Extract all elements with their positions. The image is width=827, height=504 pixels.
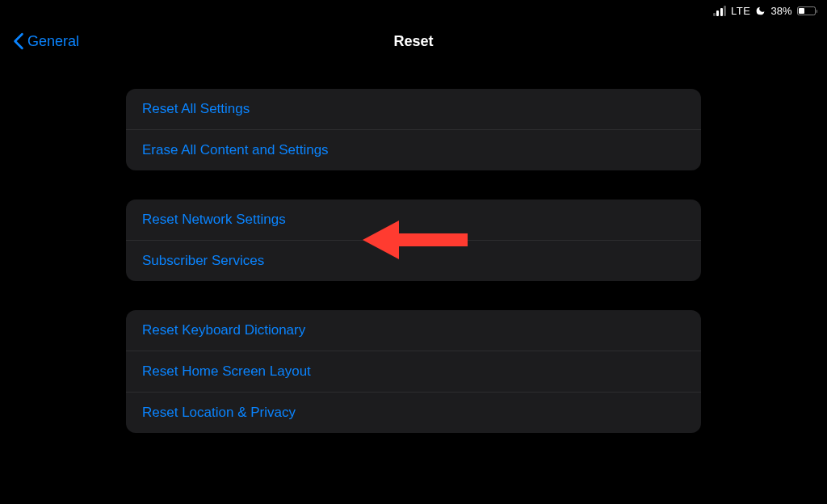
chevron-left-icon [13, 32, 24, 50]
group-other: Reset Keyboard Dictionary Reset Home Scr… [126, 310, 701, 433]
reset-network-settings-row[interactable]: Reset Network Settings [126, 200, 701, 241]
content: Reset All Settings Erase All Content and… [0, 89, 827, 433]
back-button[interactable]: General [13, 32, 79, 50]
nav-bar: General Reset [0, 0, 827, 63]
reset-all-settings-row[interactable]: Reset All Settings [126, 89, 701, 130]
back-label: General [27, 33, 79, 50]
subscriber-services-row[interactable]: Subscriber Services [126, 241, 701, 281]
group-network: Reset Network Settings Subscriber Servic… [126, 200, 701, 281]
reset-home-screen-layout-row[interactable]: Reset Home Screen Layout [126, 351, 701, 393]
reset-location-privacy-row[interactable]: Reset Location & Privacy [126, 393, 701, 433]
page-title: Reset [393, 33, 433, 50]
erase-all-content-row[interactable]: Erase All Content and Settings [126, 130, 701, 170]
group-general-reset: Reset All Settings Erase All Content and… [126, 89, 701, 170]
reset-keyboard-dictionary-row[interactable]: Reset Keyboard Dictionary [126, 310, 701, 351]
